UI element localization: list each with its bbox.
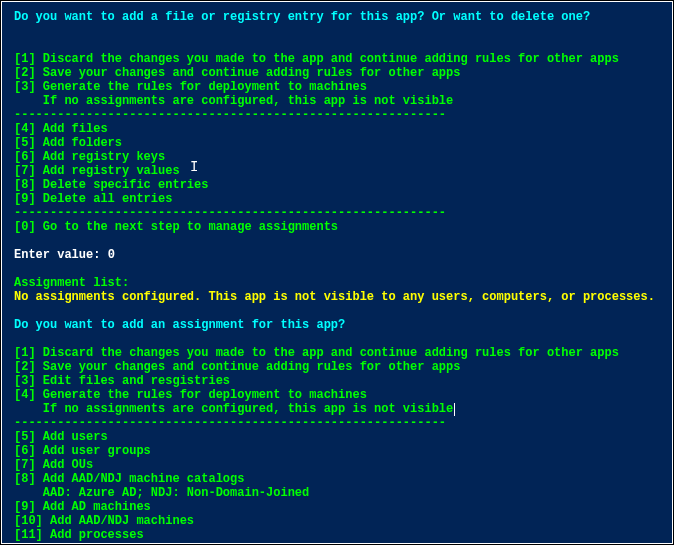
- menu-option: [2] Save your changes and continue addin…: [14, 360, 660, 374]
- blank: [14, 234, 660, 248]
- menu-option: [2] Save your changes and continue addin…: [14, 66, 660, 80]
- menu-option: [5] Add folders: [14, 136, 660, 150]
- menu-option: [3] Generate the rules for deployment to…: [14, 80, 660, 94]
- menu-option-note: AAD: Azure AD; NDJ: Non-Domain-Joined: [14, 486, 660, 500]
- divider: ----------------------------------------…: [14, 206, 660, 220]
- menu-option-note: If no assignments are configured, this a…: [14, 402, 660, 416]
- menu-option: [11] Add processes: [14, 528, 660, 542]
- powershell-console[interactable]: Do you want to add a file or registry en…: [1, 1, 673, 544]
- enter-value-line: Enter value: 0: [14, 248, 660, 262]
- blank: [14, 332, 660, 346]
- blank: [14, 262, 660, 276]
- menu-option: [9] Add AD machines: [14, 500, 660, 514]
- menu-option: [4] Generate the rules for deployment to…: [14, 388, 660, 402]
- menu-option: [1] Discard the changes you made to the …: [14, 52, 660, 66]
- menu-option: [10] Add AAD/NDJ machines: [14, 514, 660, 528]
- menu-option: [1] Discard the changes you made to the …: [14, 346, 660, 360]
- text-caret-icon: [454, 403, 455, 416]
- entered-value: 0: [108, 248, 115, 262]
- assignment-status: No assignments configured. This app is n…: [14, 290, 660, 304]
- menu-option: [0] Go to the next step to manage assign…: [14, 220, 660, 234]
- menu-option: [3] Edit files and resgistries: [14, 374, 660, 388]
- menu-option-note: If no assignments are configured, this a…: [14, 94, 660, 108]
- enter-label: Enter value:: [14, 248, 108, 262]
- blank: [14, 542, 660, 544]
- menu-option: [9] Delete all entries: [14, 192, 660, 206]
- menu-option: [4] Add files: [14, 122, 660, 136]
- section1-prompt: Do you want to add a file or registry en…: [14, 10, 660, 24]
- divider: ----------------------------------------…: [14, 416, 660, 430]
- menu-option: [7] Add OUs: [14, 458, 660, 472]
- blank: [14, 304, 660, 318]
- menu-option: [6] Add user groups: [14, 444, 660, 458]
- blank: [14, 38, 660, 52]
- divider: ----------------------------------------…: [14, 108, 660, 122]
- menu-option: [8] Add AAD/NDJ machine catalogs: [14, 472, 660, 486]
- menu-option: [6] Add registry keys: [14, 150, 660, 164]
- blank: [14, 24, 660, 38]
- assignment-header: Assignment list:: [14, 276, 660, 290]
- menu-option: [7] Add registry values: [14, 164, 660, 178]
- menu-option: [5] Add users: [14, 430, 660, 444]
- section2-prompt: Do you want to add an assignment for thi…: [14, 318, 660, 332]
- menu-option: [8] Delete specific entries: [14, 178, 660, 192]
